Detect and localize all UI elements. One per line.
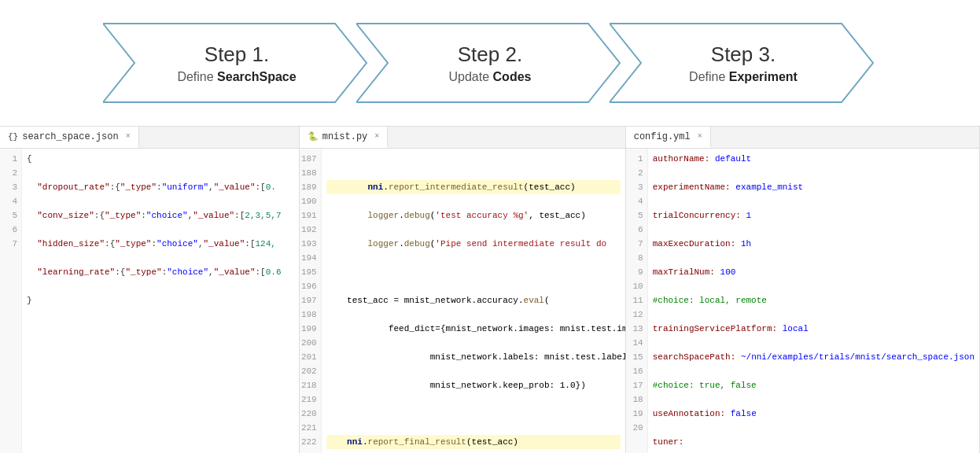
json-icon: {} [8,132,18,142]
step-1-label: Define SearchSpace [177,70,296,84]
json-tab[interactable]: {} search_space.json × [0,127,299,149]
yml-filename: config.yml [634,131,691,142]
py-close[interactable]: × [374,132,379,141]
py-code-lines: nni.report_intermediate_result(test_acc)… [322,149,625,453]
yml-panel: config.yml × 1 2 3 4 5 6 7 8 9 10 11 12 … [626,127,980,453]
step-2: Step 2. Update Codes [356,20,624,106]
yml-tab-item[interactable]: config.yml × [626,127,711,148]
step-1: Step 1. Define SearchSpace [103,20,370,106]
json-code-content: 1 2 3 4 5 6 7 { "dropout_rate":{"_type":… [0,149,299,453]
py-line-numbers: 187 188 189 190 191 192 193 194 195 196 … [300,149,322,453]
yml-code-content: 1 2 3 4 5 6 7 8 9 10 11 12 13 14 15 16 1… [626,149,979,453]
yml-close[interactable]: × [698,132,702,141]
files-section: {} search_space.json × 1 2 3 4 5 6 7 { "… [0,126,980,453]
json-panel: {} search_space.json × 1 2 3 4 5 6 7 { "… [0,127,300,453]
step-3: Step 3. Define Experiment [610,20,877,106]
py-panel: 🐍 mnist.py × 187 188 189 190 191 192 193… [300,127,626,453]
py-tab-item[interactable]: 🐍 mnist.py × [300,127,389,148]
json-filename: search_space.json [22,131,118,142]
yml-line-numbers: 1 2 3 4 5 6 7 8 9 10 11 12 13 14 15 16 1… [626,149,648,453]
yml-tab[interactable]: config.yml × [626,127,979,149]
json-line-numbers: 1 2 3 4 5 6 7 [0,149,22,453]
steps-section: Step 1. Define SearchSpace Step 2. Updat… [0,0,980,126]
step-2-number: Step 2. [449,42,532,67]
py-filename: mnist.py [322,131,368,142]
json-close[interactable]: × [126,132,131,141]
py-code-content: 187 188 189 190 191 192 193 194 195 196 … [300,149,625,453]
step-3-label: Define Experiment [689,70,798,84]
step-1-number: Step 1. [177,42,296,67]
py-icon: 🐍 [308,131,319,142]
yml-code-lines: authorName: default experimentName: exam… [648,149,979,453]
py-tab[interactable]: 🐍 mnist.py × [300,127,625,149]
step-3-number: Step 3. [689,42,798,67]
json-tab-item[interactable]: {} search_space.json × [0,127,139,148]
json-code-lines: { "dropout_rate":{"_type":"uniform","_va… [22,149,299,453]
step-2-label: Update Codes [449,70,532,84]
